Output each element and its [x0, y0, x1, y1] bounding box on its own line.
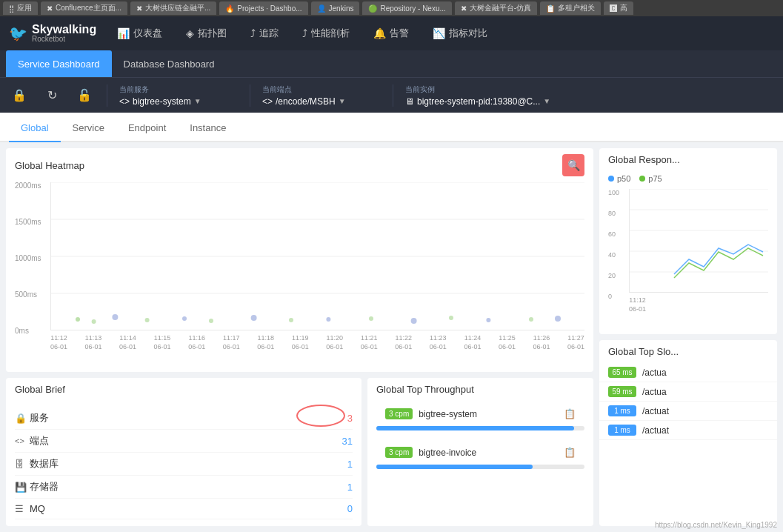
- slow-badge-1: 65 ms: [608, 367, 636, 378]
- right-panel: Global Respon... p50 p75 100 80 60 4: [599, 148, 777, 526]
- legend-p50: p50: [608, 174, 630, 183]
- refresh-icon[interactable]: ↻: [41, 85, 62, 106]
- slow-name-4: /actuat: [642, 425, 669, 436]
- profile-icon: ⤴: [302, 27, 307, 39]
- browser-tab-bigtree[interactable]: ✖ 大树金融平台-仿真: [455, 1, 537, 15]
- nav-item-compare[interactable]: 📉 指标对比: [421, 16, 499, 50]
- x-label-6: 11:1806-01: [257, 334, 274, 351]
- global-throughput-card: Global Top Throughput 3 cpm bigtree-syst…: [367, 378, 593, 526]
- filter-separator-2: [250, 84, 250, 107]
- endpoint-code-icon: <>: [262, 96, 273, 107]
- x-label-13: 11:2506-01: [499, 334, 516, 351]
- browser-tab-multitenant[interactable]: 📋 多租户相关: [540, 1, 601, 15]
- bigtree-icon: ✖: [461, 4, 467, 13]
- bottom-row: Global Brief 🔒 服务 3 <> 端点 31 🗄: [6, 378, 593, 526]
- brief-row-storage: 💾 存储器 1: [15, 476, 353, 499]
- tab-service-dashboard[interactable]: Service Dashboard: [6, 50, 112, 77]
- fire-icon: 🔥: [225, 4, 234, 13]
- copy-icon-2[interactable]: 📋: [564, 447, 576, 458]
- response-legend: p50 p75: [599, 171, 777, 186]
- top-navigation: 🐦 Skywalking Rocketbot 📊 仪表盘 ◈ 拓扑图 ⤴ 追踪 …: [0, 16, 783, 50]
- svg-point-11: [289, 318, 293, 322]
- brief-row-endpoint: <> 端点 31: [15, 430, 353, 453]
- slow-badge-4: 1 ms: [608, 425, 636, 436]
- y-axis: 2000ms 1500ms 1000ms 500ms 0ms: [15, 182, 50, 351]
- svg-point-10: [251, 315, 257, 321]
- tab-global[interactable]: Global: [9, 114, 61, 142]
- browser-tab-supply[interactable]: ✖ 大树供应链金融平...: [130, 1, 216, 15]
- logo-text: Skywalking: [32, 24, 96, 36]
- storage-count: 1: [347, 482, 353, 493]
- brief-card-header: Global Brief: [6, 378, 361, 401]
- instance-filter-value[interactable]: 🖥 bigtree-system-pid:19380@C... ▼: [405, 96, 550, 107]
- slow-badge-3: 1 ms: [608, 405, 636, 416]
- lock-icon[interactable]: 🔒: [9, 85, 30, 106]
- browser-tab-apps[interactable]: ⣿ 应用: [3, 1, 38, 15]
- unlock-icon[interactable]: 🔓: [74, 85, 95, 106]
- r-y-20: 20: [608, 272, 629, 279]
- nav-item-topology[interactable]: ◈ 拓扑图: [174, 16, 239, 50]
- response-card-header: Global Respon...: [599, 148, 777, 171]
- copy-icon-1[interactable]: 📋: [564, 408, 576, 419]
- heatmap-search-button[interactable]: 🔍: [562, 154, 584, 176]
- response-y-axis: 100 80 60 40 20 0: [608, 189, 629, 313]
- y-label-1000: 1000ms: [15, 255, 50, 262]
- browser-tab-jenkins[interactable]: 👤 Jenkins: [311, 1, 360, 15]
- nav-item-trace[interactable]: ⤴ 追踪: [239, 16, 290, 50]
- browser-tab-nexus[interactable]: 🟢 Repository - Nexu...: [362, 1, 451, 15]
- r-y-0: 0: [608, 293, 629, 300]
- x-label-0: 11:1206-01: [50, 334, 67, 351]
- instance-filter[interactable]: 当前实例 🖥 bigtree-system-pid:19380@C... ▼: [405, 84, 550, 107]
- browser-tab-projects[interactable]: 🔥 Projects · Dashbo...: [219, 1, 307, 15]
- tab-database-dashboard[interactable]: Database Dashboard: [112, 50, 227, 77]
- compare-icon: 📉: [433, 27, 445, 39]
- service-filter[interactable]: 当前服务 <> bigtree-system ▼: [119, 84, 238, 107]
- response-chart-body: 11:1206-01: [629, 189, 768, 313]
- svg-point-13: [369, 316, 373, 321]
- slow-badge-2: 59 ms: [608, 386, 636, 397]
- svg-point-6: [112, 314, 118, 320]
- r-y-80: 80: [608, 210, 629, 217]
- storage-icon: 💾: [15, 482, 30, 493]
- heatmap-svg: [50, 182, 584, 330]
- x-label-15: 11:2706-01: [567, 334, 584, 351]
- x-label-8: 11:2006-01: [326, 334, 343, 351]
- x-label-4: 11:1606-01: [188, 334, 205, 351]
- endpoint-filter-value[interactable]: <> /encode/MSBH ▼: [262, 96, 381, 107]
- slow-name-2: /actua: [642, 387, 667, 397]
- browser-tab-confluence[interactable]: ✖ Confluence主页面...: [41, 1, 127, 15]
- watermark: https://blog.csdn.net/Kevin_King1992: [655, 521, 777, 529]
- global-brief-card: Global Brief 🔒 服务 3 <> 端点 31 🗄: [6, 378, 361, 526]
- heatmap-header: Global Heatmap 🔍: [6, 148, 593, 179]
- endpoint-filter[interactable]: 当前端点 <> /encode/MSBH ▼: [262, 84, 381, 107]
- throughput-name-1: bigtree-system: [419, 409, 558, 419]
- browser-tab-last[interactable]: 🅲 高: [604, 1, 633, 15]
- svg-point-8: [182, 316, 187, 321]
- logo-subtext: Rocketbot: [32, 36, 96, 43]
- jenkins-icon: 👤: [317, 4, 326, 13]
- nav-item-profile[interactable]: ⤴ 性能剖析: [290, 16, 361, 50]
- mq-count: 0: [347, 503, 353, 514]
- svg-point-16: [486, 318, 490, 322]
- slow-item-1: 65 ms /actua: [599, 363, 777, 382]
- nav-item-alert[interactable]: 🔔 告警: [361, 16, 421, 50]
- svg-point-18: [555, 316, 561, 322]
- brief-row-service: 🔒 服务 3: [15, 407, 353, 430]
- tab-instance[interactable]: Instance: [178, 114, 238, 142]
- global-heatmap-card: Global Heatmap 🔍 2000ms 1500ms 1000ms 50…: [6, 148, 593, 372]
- heatmap-chart-area: 2000ms 1500ms 1000ms 500ms 0ms: [6, 179, 593, 357]
- service-filter-value[interactable]: <> bigtree-system ▼: [119, 96, 238, 107]
- r-y-40: 40: [608, 251, 629, 259]
- p75-dot: [639, 176, 645, 182]
- database-count: 1: [347, 459, 353, 470]
- x-label-12: 11:2406-01: [464, 334, 481, 351]
- slow-item-3: 1 ms /actuat: [599, 402, 777, 421]
- response-svg: [629, 189, 768, 293]
- x-label-3: 11:1506-01: [154, 334, 171, 351]
- nav-item-dashboard[interactable]: 📊 仪表盘: [105, 16, 174, 50]
- throughput-item-2-wrap: 3 cpm bigtree-invoice 📋: [367, 439, 593, 472]
- instance-chevron-icon: ▼: [543, 97, 550, 105]
- tab-service[interactable]: Service: [61, 114, 116, 142]
- tab-endpoint[interactable]: Endpoint: [116, 114, 178, 142]
- x-label-2: 11:1406-01: [119, 334, 136, 351]
